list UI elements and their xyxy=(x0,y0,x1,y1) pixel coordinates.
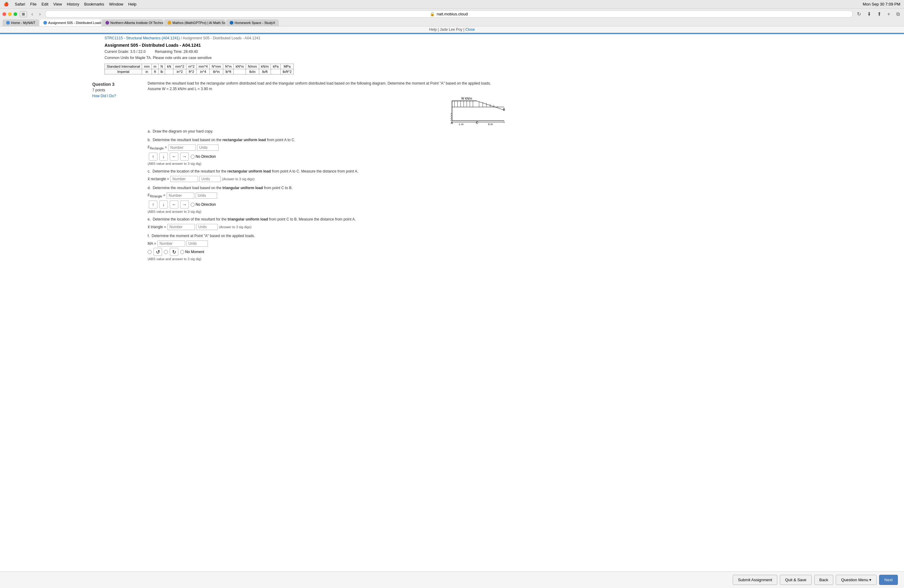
c-units-input[interactable] xyxy=(199,176,221,182)
f-number-input[interactable] xyxy=(157,240,185,247)
b-number-input[interactable] xyxy=(168,145,196,151)
f-ccw-radio-label[interactable] xyxy=(148,250,152,254)
b-no-direction-label[interactable]: No Direction xyxy=(191,154,216,159)
tab-home[interactable]: Home - MyNAIT xyxy=(2,19,39,26)
file-menu[interactable]: File xyxy=(30,2,36,6)
f-var-label: MA = xyxy=(148,242,156,246)
d-no-direction-radio[interactable] xyxy=(191,203,194,207)
assignment-breadcrumb: Assignment S05 - Distributed Loads - A04… xyxy=(183,36,261,40)
sub-e-label: e. Determine the location of the resulta… xyxy=(148,217,812,222)
tab-label-assignment: Assignment S05 - Distributed Loads - A0.… xyxy=(48,21,101,25)
f-input-row: MA = xyxy=(148,240,812,247)
e-units-input[interactable] xyxy=(196,224,218,230)
d-no-direction-text: No Direction xyxy=(196,202,216,207)
history-menu[interactable]: History xyxy=(67,2,79,6)
time-info: Remaining Time: 28:49:40 xyxy=(155,49,198,54)
question-points: 7 points xyxy=(92,88,141,92)
b-dir-down-btn[interactable]: ↓ xyxy=(159,153,168,161)
b-no-direction-radio[interactable] xyxy=(191,155,194,159)
f-ccw-btn[interactable]: ↺ xyxy=(153,248,162,256)
f-no-moment-radio[interactable] xyxy=(180,250,184,254)
minimize-window-btn[interactable] xyxy=(8,12,12,16)
back-nav-btn[interactable]: ‹ xyxy=(30,11,35,17)
d-number-input[interactable] xyxy=(167,193,194,199)
bookmarks-menu[interactable]: Bookmarks xyxy=(84,2,104,6)
how-did-i-link[interactable]: How Did I Do? xyxy=(92,94,116,98)
b-var-label: FRectangle = xyxy=(148,145,167,150)
tab-mathos[interactable]: Mathos (MathGPTPro) | AI Math Solver &..… xyxy=(164,19,225,26)
lock-icon: 🔒 xyxy=(430,12,435,16)
download-btn[interactable]: ⬇ xyxy=(865,11,873,17)
f-moment-row: ↺ ↻ No Moment xyxy=(148,248,812,256)
d-dir-right-btn[interactable]: → xyxy=(180,201,189,209)
sub-question-b: b. Determine the resultant load based on… xyxy=(148,137,812,166)
sub-b-label: b. Determine the resultant load based on… xyxy=(148,137,812,143)
f-no-moment-label[interactable]: No Moment xyxy=(180,250,204,254)
diagram-container: W kN/m A B C L m 6 m xyxy=(148,95,812,125)
address-bar[interactable]: 🔒 nait.mobius.cloud xyxy=(45,11,853,17)
d-dir-up-btn[interactable]: ↑ xyxy=(149,201,157,209)
sub-question-e: e. Determine the location of the resulta… xyxy=(148,217,812,230)
close-window-btn[interactable] xyxy=(2,12,6,16)
f-no-moment-text: No Moment xyxy=(185,250,204,254)
d-dir-left-btn[interactable]: ← xyxy=(170,201,179,209)
maximize-window-btn[interactable] xyxy=(14,12,17,16)
dim-6m-label: 6 m xyxy=(488,123,493,125)
sub-question-f: f. Determine the moment at Point "A" bas… xyxy=(148,233,812,261)
forward-nav-btn[interactable]: › xyxy=(37,11,43,17)
window-menu[interactable]: Window xyxy=(109,2,123,6)
apple-menu[interactable]: 🍎 xyxy=(4,2,9,6)
b-dir-left-btn[interactable]: ← xyxy=(170,153,179,161)
b-units-input[interactable] xyxy=(197,145,219,151)
b-dir-right-btn[interactable]: → xyxy=(180,153,189,161)
breadcrumb: STRC1115 - Structural Mechanics (A04.124… xyxy=(0,34,904,42)
d-dir-down-btn[interactable]: ↓ xyxy=(159,201,168,209)
edit-menu[interactable]: Edit xyxy=(41,2,48,6)
d-no-direction-label[interactable]: No Direction xyxy=(191,202,216,207)
point-a-label: A xyxy=(451,121,453,125)
d-var-label: FRtriangle = xyxy=(148,193,166,198)
close-link[interactable]: Close xyxy=(465,27,475,32)
tab-studyx[interactable]: Homework Space - StudyX xyxy=(226,19,279,26)
reload-btn[interactable]: ↻ xyxy=(855,11,863,17)
b-abs-note: (ABS value and answer to 3 sig dig) xyxy=(148,162,812,166)
c-input-row: x̄ rectangle = (Answer to 3 sig digs) xyxy=(148,176,812,182)
units-note: Common Units for Maple TA. Please note u… xyxy=(0,55,904,62)
e-number-input[interactable] xyxy=(167,224,195,230)
e-input-row: x̄ triangle = (Answer to 3 sig digs) xyxy=(148,224,812,230)
question-assume: Assume W = 2.35 kN/m and L = 3.90 m xyxy=(148,87,212,91)
browser-tabs: Home - MyNAIT Assignment S05 - Distribut… xyxy=(2,19,902,26)
f-ccw-radio[interactable] xyxy=(148,250,152,254)
b-direction-row: ↑ ↓ ← → No Direction xyxy=(149,153,812,161)
f-cw-radio[interactable] xyxy=(164,250,168,254)
tab-label-studyx: Homework Space - StudyX xyxy=(235,21,275,25)
f-cw-btn[interactable]: ↻ xyxy=(170,248,179,256)
share-btn[interactable]: ⬆ xyxy=(876,11,883,17)
sub-a-label: a. Draw the diagram on your hard copy. xyxy=(148,128,812,134)
b-dir-up-btn[interactable]: ↑ xyxy=(149,153,157,161)
tab-nait[interactable]: Northern Alberta Institute Of Technology… xyxy=(102,19,163,26)
view-menu[interactable]: View xyxy=(53,2,62,6)
course-link[interactable]: STRC1115 - Structural Mechanics (A04.124… xyxy=(104,36,180,40)
new-tab-btn[interactable]: + xyxy=(885,11,892,17)
d-abs-note: (ABS value and answer to 3 sig dig) xyxy=(148,210,812,213)
sub-question-d: d. Determine the resultant load based on… xyxy=(148,185,812,213)
browser-chrome: ⊞ ‹ › 🔒 nait.mobius.cloud ↻ ⬇ ⬆ + ⧉ Home… xyxy=(0,9,904,27)
macos-menubar: 🍎 Safari File Edit View History Bookmark… xyxy=(0,0,904,9)
c-number-input[interactable] xyxy=(170,176,198,182)
tab-overview-btn[interactable]: ⧉ xyxy=(895,11,902,17)
f-units-input[interactable] xyxy=(186,240,208,247)
tab-assignment[interactable]: Assignment S05 - Distributed Loads - A0.… xyxy=(40,19,101,26)
dim-l-label: L m xyxy=(459,123,464,125)
help-menu[interactable]: Help xyxy=(128,2,136,6)
point-b-label: B xyxy=(503,108,505,111)
c-var-label: x̄ rectangle = xyxy=(148,177,169,181)
d-input-row: FRtriangle = xyxy=(148,193,812,199)
tab-favicon-assignment xyxy=(43,21,47,25)
safari-menu[interactable]: Safari xyxy=(15,2,25,6)
f-cw-radio-label[interactable] xyxy=(164,250,168,254)
question-sidebar: Question 3 7 points How Did I Do? xyxy=(92,81,141,264)
d-units-input[interactable] xyxy=(196,193,217,199)
sidebar-toggle-btn[interactable]: ⊞ xyxy=(20,11,27,17)
question-description: Determine the resultant load for the rec… xyxy=(148,81,812,92)
